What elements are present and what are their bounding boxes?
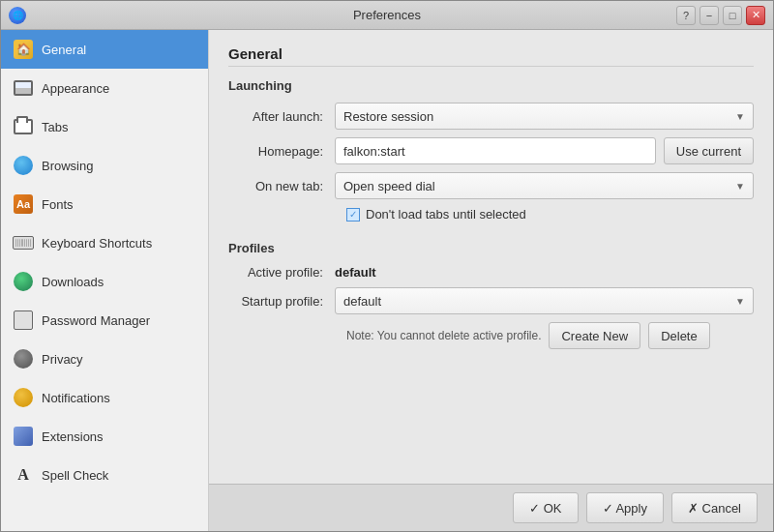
minimize-button[interactable]: − — [700, 6, 719, 25]
sidebar-label-fonts: Fonts — [42, 197, 74, 212]
profiles-title: Profiles — [228, 241, 754, 255]
app-icon: 🌐 — [9, 7, 26, 24]
footer: ✓ OK ✓ Apply ✗ Cancel — [209, 484, 773, 531]
on-new-tab-row: On new tab: Open speed dial ▼ — [228, 172, 754, 199]
titlebar-left: 🌐 — [9, 7, 26, 24]
sidebar-item-downloads[interactable]: Downloads — [1, 262, 208, 301]
use-current-button[interactable]: Use current — [664, 137, 754, 164]
sidebar-label-browsing: Browsing — [42, 159, 93, 173]
titlebar-controls: ? − □ ✕ — [676, 6, 765, 25]
active-profile-row: Active profile: default — [228, 265, 754, 280]
sidebar-item-privacy[interactable]: Privacy — [1, 340, 208, 378]
startup-profile-dropdown[interactable]: default ▼ — [335, 287, 754, 314]
cancel-button[interactable]: ✗ Cancel — [671, 492, 758, 523]
maximize-button[interactable]: □ — [723, 6, 742, 25]
sidebar-item-spellcheck[interactable]: A Spell Check — [1, 456, 208, 494]
section-title: General — [228, 45, 754, 67]
sidebar-item-notifications[interactable]: Notifications — [1, 378, 208, 417]
homepage-label: Homepage: — [228, 144, 335, 159]
delete-button[interactable]: Delete — [648, 322, 710, 349]
main-content: 🏠 General Appearance Tabs Bro — [1, 30, 773, 531]
preferences-window: 🌐 Preferences ? − □ ✕ 🏠 General Appearan… — [0, 0, 774, 532]
homepage-input[interactable] — [335, 137, 656, 164]
after-launch-arrow: ▼ — [735, 111, 745, 122]
sidebar-item-password[interactable]: Password Manager — [1, 301, 208, 340]
profiles-section: Profiles Active profile: default Startup… — [228, 241, 754, 349]
keyboard-icon — [13, 232, 34, 253]
sidebar-label-extensions: Extensions — [42, 429, 104, 444]
after-launch-label: After launch: — [228, 109, 335, 124]
homepage-row: Homepage: Use current — [228, 137, 754, 164]
active-profile-label: Active profile: — [228, 265, 335, 280]
sidebar-label-password: Password Manager — [42, 313, 150, 328]
general-icon: 🏠 — [13, 39, 34, 60]
apply-button[interactable]: ✓ Apply — [586, 492, 664, 523]
downloads-icon — [13, 271, 34, 292]
window-title: Preferences — [0, 8, 774, 22]
sidebar-item-general[interactable]: 🏠 General — [1, 30, 208, 69]
dont-load-row: ✓ Don't load tabs until selected — [346, 207, 754, 222]
sidebar-label-appearance: Appearance — [42, 81, 109, 96]
extensions-icon — [13, 426, 34, 447]
sidebar-item-tabs[interactable]: Tabs — [1, 107, 208, 146]
help-button[interactable]: ? — [676, 6, 696, 25]
password-icon — [13, 310, 34, 331]
active-profile-value: default — [335, 265, 376, 280]
checkbox-check: ✓ — [349, 209, 357, 220]
sidebar: 🏠 General Appearance Tabs Bro — [1, 30, 209, 531]
after-launch-value: Restore session — [343, 109, 433, 124]
after-launch-control: Restore session ▼ — [335, 103, 754, 130]
dont-load-label: Don't load tabs until selected — [366, 207, 526, 222]
privacy-icon — [13, 348, 34, 369]
launching-title: Launching — [228, 78, 754, 93]
spellcheck-icon: A — [13, 464, 34, 486]
sidebar-label-general: General — [42, 43, 86, 57]
note-text: Note: You cannot delete active profile. — [346, 329, 541, 342]
sidebar-item-appearance[interactable]: Appearance — [1, 69, 208, 107]
sidebar-label-tabs: Tabs — [42, 120, 68, 134]
sidebar-item-extensions[interactable]: Extensions — [1, 417, 208, 456]
fonts-icon: Aa — [13, 193, 34, 215]
titlebar: 🌐 Preferences ? − □ ✕ — [1, 1, 773, 30]
on-new-tab-label: On new tab: — [228, 179, 335, 193]
sidebar-label-downloads: Downloads — [42, 275, 104, 289]
homepage-control: Use current — [335, 137, 754, 164]
on-new-tab-dropdown[interactable]: Open speed dial ▼ — [335, 172, 754, 199]
startup-profile-label: Startup profile: — [228, 294, 335, 309]
dont-load-checkbox[interactable]: ✓ — [346, 208, 360, 222]
sidebar-label-spellcheck: Spell Check — [42, 468, 108, 483]
startup-profile-row: Startup profile: default ▼ — [228, 287, 754, 314]
sidebar-label-privacy: Privacy — [42, 352, 83, 367]
notifications-icon — [13, 387, 34, 408]
main-panel: General Launching After launch: Restore … — [209, 30, 773, 531]
sidebar-label-keyboard: Keyboard Shortcuts — [42, 236, 152, 251]
sidebar-label-notifications: Notifications — [42, 391, 110, 405]
sidebar-item-keyboard[interactable]: Keyboard Shortcuts — [1, 223, 208, 262]
after-launch-row: After launch: Restore session ▼ — [228, 103, 754, 130]
appearance-icon — [13, 77, 34, 99]
sidebar-item-fonts[interactable]: Aa Fonts — [1, 185, 208, 223]
on-new-tab-arrow: ▼ — [735, 181, 745, 192]
on-new-tab-control: Open speed dial ▼ — [335, 172, 754, 199]
sidebar-item-browsing[interactable]: Browsing — [1, 146, 208, 185]
note-row: Note: You cannot delete active profile. … — [346, 322, 754, 349]
launching-section: Launching After launch: Restore session … — [228, 78, 754, 222]
browsing-icon — [13, 155, 34, 176]
startup-profile-value: default — [343, 294, 381, 309]
tabs-icon — [13, 116, 34, 137]
panel-content: General Launching After launch: Restore … — [209, 30, 773, 484]
create-new-button[interactable]: Create New — [549, 322, 640, 349]
close-button[interactable]: ✕ — [746, 6, 765, 25]
ok-button[interactable]: ✓ OK — [513, 492, 578, 523]
after-launch-dropdown[interactable]: Restore session ▼ — [335, 103, 754, 130]
startup-profile-control: default ▼ — [335, 287, 754, 314]
on-new-tab-value: Open speed dial — [343, 179, 435, 193]
startup-dropdown-arrow: ▼ — [735, 296, 745, 307]
